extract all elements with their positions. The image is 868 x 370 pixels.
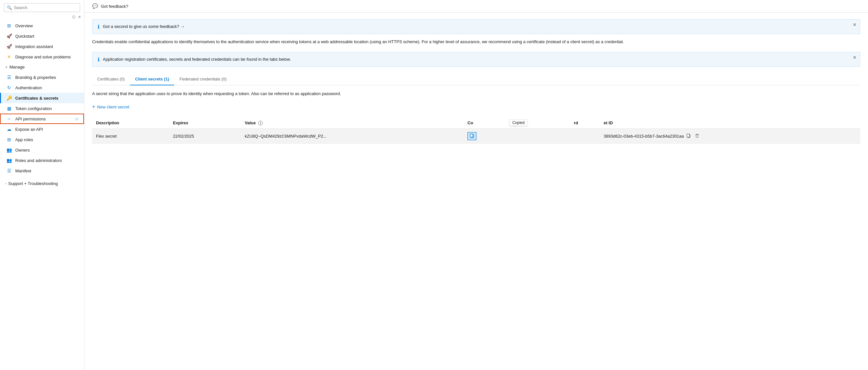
sidebar-item-diagnose[interactable]: ✕ Diagnose and solve problems (0, 52, 84, 62)
sidebar-item-authentication[interactable]: ↻ Authentication (0, 82, 84, 93)
secret-id-text: 3893d62c-03eb-4315-b5b7-3ac64a2301aa (603, 134, 684, 139)
branding-icon: ☰ (6, 75, 12, 80)
sidebar-item-label: Quickstart (15, 34, 34, 39)
manage-section-header[interactable]: ∨ Manage (0, 62, 84, 72)
info-icon-creds: ℹ (98, 56, 100, 63)
secrets-table: Description Expires Value i Co (92, 117, 860, 144)
sidebar-item-label: Integration assistant (15, 44, 53, 49)
sidebar-item-label: Diagnose and solve problems (15, 55, 71, 59)
cell-copied-spacer (505, 129, 570, 144)
sidebar-top-actions: ◇ « (0, 14, 84, 21)
col-copy: Co (464, 117, 505, 129)
svg-rect-4 (695, 135, 699, 135)
sidebar-item-label: Overview (15, 23, 33, 28)
sidebar-item-expose-api[interactable]: ☁ Expose an API (0, 124, 84, 134)
search-container: 🔍 (4, 3, 80, 12)
value-info-icon[interactable]: i (258, 121, 263, 125)
delete-icon (695, 133, 699, 138)
tab-federated-credentials[interactable]: Federated credentials (0) (174, 73, 231, 85)
quickstart-icon: 🚀 (6, 33, 12, 39)
copy-value-button[interactable] (467, 132, 476, 140)
close-feedback-banner-button[interactable]: ✕ (853, 22, 857, 27)
roles-icon: 👥 (6, 158, 12, 163)
tab-client-secrets[interactable]: Client secrets (1) (130, 73, 175, 85)
overview-icon: ⊞ (6, 23, 12, 28)
col-copied: Copied (505, 117, 570, 129)
col-rd: rd (570, 117, 600, 129)
feedback-banner: ℹ Got a second to give us some feedback?… (92, 19, 860, 34)
chevron-right-icon: › (5, 182, 6, 185)
sidebar-item-overview[interactable]: ⊞ Overview (0, 21, 84, 31)
sidebar-item-label: Manifest (15, 168, 31, 173)
main-content: 💬 Got feedback? ℹ Got a second to give u… (84, 0, 868, 370)
support-section-header[interactable]: › Support + Troubleshooting (0, 178, 84, 189)
sidebar: 🔍 ◇ « ⊞ Overview 🚀 Quickstart 🚀 Integrat… (0, 0, 84, 370)
cell-rd-spacer (570, 129, 600, 144)
search-input[interactable] (14, 5, 77, 10)
owners-icon: 👥 (6, 147, 12, 152)
sidebar-item-label: Authentication (15, 85, 42, 90)
feedback-icon: 💬 (92, 3, 98, 9)
sidebar-item-branding[interactable]: ☰ Branding & properties (0, 72, 84, 82)
sidebar-item-token-config[interactable]: ▦ Token configuration (0, 103, 84, 114)
sidebar-item-label: Roles and administrators (15, 158, 62, 163)
integration-icon: 🚀 (6, 44, 12, 49)
arrow-icon: → (180, 24, 185, 29)
sidebar-item-app-roles[interactable]: ⊞ App roles (0, 134, 84, 145)
sidebar-item-label: Certificates & secrets (15, 96, 58, 101)
diamond-icon[interactable]: ◇ (72, 14, 75, 19)
manifest-icon: ☰ (6, 168, 12, 173)
cell-value: kZU8Q~QsDM429zC6MNPvdaWcdW_P2... (241, 129, 464, 144)
sidebar-item-certs-secrets[interactable]: 🔑 Certificates & secrets (0, 93, 84, 103)
cell-description: Flex secret (92, 129, 169, 144)
secrets-table-container: Description Expires Value i Co (92, 117, 860, 144)
sidebar-item-owners[interactable]: 👥 Owners (0, 145, 84, 155)
svg-rect-1 (470, 134, 473, 137)
sidebar-item-label: App roles (15, 137, 33, 142)
sidebar-item-integration[interactable]: 🚀 Integration assistant (0, 41, 84, 52)
token-icon: ▦ (6, 106, 12, 111)
add-client-secret-button[interactable]: + New client secret (92, 102, 129, 112)
col-secret-id: et ID (600, 117, 860, 129)
plus-icon: + (92, 104, 95, 110)
search-icon: 🔍 (7, 5, 12, 10)
col-value: Value i (241, 117, 464, 129)
sidebar-item-label: API permissions (15, 116, 46, 121)
support-label: Support + Troubleshooting (8, 181, 58, 186)
close-info-banner-button[interactable]: ✕ (853, 55, 857, 60)
svg-rect-3 (687, 134, 690, 137)
sidebar-item-quickstart[interactable]: 🚀 Quickstart (0, 31, 84, 41)
col-description: Description (92, 117, 169, 129)
header-title: Got feedback? (101, 4, 128, 9)
tab-certificates[interactable]: Certificates (0) (92, 73, 130, 85)
star-icon[interactable]: ☆ (75, 116, 79, 121)
copy-icon (470, 133, 474, 138)
content-area: ℹ Got a second to give us some feedback?… (84, 13, 868, 150)
cell-expires: 22/02/2025 (169, 129, 241, 144)
sidebar-item-label: Token configuration (15, 106, 52, 111)
table-row: Flex secret 22/02/2025 kZU8Q~QsDM429zC6M… (92, 129, 860, 144)
table-header-row: Description Expires Value i Co (92, 117, 860, 129)
copy-secret-id-button[interactable] (685, 133, 692, 140)
delete-secret-button[interactable] (693, 133, 701, 140)
value-text: kZU8Q~QsDM429zC6MNPvdaWcdW_P2... (245, 134, 327, 139)
copy-id-icon (686, 133, 691, 138)
cell-copy-action (464, 129, 505, 144)
header-bar: 💬 Got feedback? (84, 0, 868, 13)
credentials-tabs: Certificates (0) Client secrets (1) Fede… (92, 73, 860, 85)
sidebar-item-api-permissions[interactable]: ↔ API permissions ☆ (0, 114, 84, 124)
certs-icon: 🔑 (6, 95, 12, 101)
sidebar-item-roles-admins[interactable]: 👥 Roles and administrators (0, 155, 84, 166)
sidebar-item-label: Branding & properties (15, 75, 56, 80)
chevron-down-icon: ∨ (5, 65, 7, 69)
info-banner: ℹ Application registration certificates,… (92, 52, 860, 67)
collapse-icon[interactable]: « (78, 14, 81, 19)
secret-description: A secret string that the application use… (92, 90, 860, 97)
sidebar-item-manifest[interactable]: ☰ Manifest (0, 166, 84, 176)
expose-icon: ☁ (6, 126, 12, 132)
feedback-banner-text: Got a second to give us some feedback? → (103, 23, 185, 30)
info-icon-feedback: ℹ (98, 24, 100, 30)
col-expires: Expires (169, 117, 241, 129)
authentication-icon: ↻ (6, 85, 12, 90)
diagnose-icon: ✕ (6, 54, 12, 59)
